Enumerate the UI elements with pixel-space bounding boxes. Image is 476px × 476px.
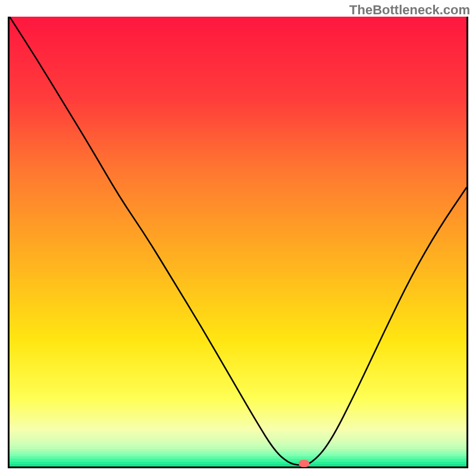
chart-container: TheBottleneck.com — [0, 0, 476, 476]
bottleneck-curve — [10, 17, 466, 465]
curve-svg — [10, 17, 466, 466]
optimum-marker — [299, 460, 309, 467]
watermark-text: TheBottleneck.com — [349, 2, 470, 18]
